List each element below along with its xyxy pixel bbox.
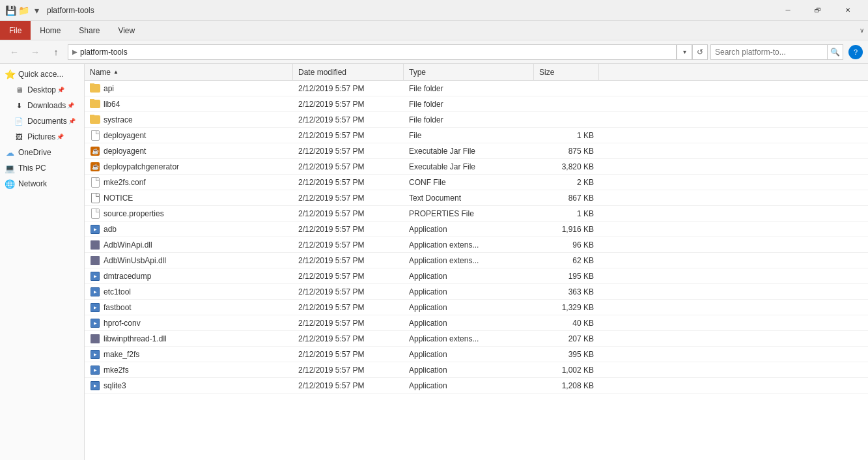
sidebar-item-quick-access[interactable]: ⭐ Quick acce... <box>0 66 84 82</box>
file-size: 195 KB <box>534 272 599 281</box>
sidebar-item-network[interactable]: 🌐 Network <box>0 176 84 192</box>
sidebar-item-documents[interactable]: 📄 Documents 📌 <box>0 113 84 129</box>
file-date: 2/12/2019 5:57 PM <box>293 178 404 187</box>
sidebar-item-onedrive[interactable]: ☁ OneDrive <box>0 145 84 160</box>
sort-icon: ▲ <box>113 69 119 75</box>
restore-button[interactable]: 🗗 <box>803 0 833 21</box>
file-icon-wrapper <box>90 349 100 360</box>
file-date: 2/12/2019 5:57 PM <box>293 334 404 343</box>
downloads-icon: ⬇ <box>13 100 25 111</box>
help-button[interactable]: ? <box>848 45 863 59</box>
file-name: deploypatchgenerator <box>85 162 293 172</box>
table-row[interactable]: lib64 2/12/2019 5:57 PM File folder <box>85 96 868 112</box>
file-name-text: adb <box>104 225 117 234</box>
sidebar-item-pictures[interactable]: 🖼 Pictures 📌 <box>0 129 84 145</box>
file-type: File folder <box>404 100 534 109</box>
address-bar[interactable]: ▶ platform-tools <box>68 44 677 60</box>
text-icon <box>91 193 100 203</box>
file-type: File <box>404 131 534 140</box>
file-name-text: source.properties <box>104 209 164 218</box>
refresh-button[interactable]: ↺ <box>692 44 708 60</box>
sidebar-label-desktop: Desktop <box>27 85 56 94</box>
sidebar-item-this-pc[interactable]: 💻 This PC <box>0 160 84 176</box>
table-row[interactable]: mke2fs.conf 2/12/2019 5:57 PM CONF File … <box>85 175 868 190</box>
table-row[interactable]: api 2/12/2019 5:57 PM File folder <box>85 81 868 96</box>
search-input[interactable] <box>715 48 823 57</box>
sidebar-item-downloads[interactable]: ⬇ Downloads 📌 <box>0 98 84 113</box>
table-row[interactable]: fastboot 2/12/2019 5:57 PM Application 1… <box>85 300 868 315</box>
ribbon-expand[interactable]: ∨ <box>856 27 868 34</box>
file-type: Application <box>404 381 534 390</box>
view-menu[interactable]: View <box>109 21 144 40</box>
file-date: 2/12/2019 5:57 PM <box>293 319 404 328</box>
forward-button[interactable]: → <box>26 43 44 61</box>
up-button[interactable]: ↑ <box>47 43 65 61</box>
close-button[interactable]: ✕ <box>833 0 863 21</box>
file-name: deployagent <box>85 146 293 156</box>
table-row[interactable]: source.properties 2/12/2019 5:57 PM PROP… <box>85 206 868 222</box>
share-menu[interactable]: Share <box>70 21 109 40</box>
network-icon: 🌐 <box>4 178 16 190</box>
table-row[interactable]: libwinpthread-1.dll 2/12/2019 5:57 PM Ap… <box>85 331 868 347</box>
column-type[interactable]: Type <box>404 64 534 80</box>
file-icon-wrapper <box>90 255 100 266</box>
file-size: 1 KB <box>534 131 599 140</box>
table-row[interactable]: make_f2fs 2/12/2019 5:57 PM Application … <box>85 347 868 362</box>
exe-icon <box>91 366 100 375</box>
file-size: 363 KB <box>534 287 599 296</box>
file-size: 1,208 KB <box>534 381 599 390</box>
props-icon <box>91 208 100 219</box>
column-name[interactable]: Name ▲ <box>85 64 293 80</box>
address-dropdown-button[interactable]: ▾ <box>677 44 692 60</box>
table-row[interactable]: systrace 2/12/2019 5:57 PM File folder <box>85 112 868 128</box>
dll-icon <box>91 334 100 343</box>
file-icon-wrapper <box>90 334 100 344</box>
file-name-text: sqlite3 <box>104 381 126 390</box>
file-name: fastboot <box>85 302 293 313</box>
file-size: 395 KB <box>534 350 599 359</box>
file-size: 1,916 KB <box>534 225 599 234</box>
table-row[interactable]: AdbWinUsbApi.dll 2/12/2019 5:57 PM Appli… <box>85 253 868 268</box>
column-size[interactable]: Size <box>534 64 599 80</box>
table-row[interactable]: deployagent 2/12/2019 5:57 PM File 1 KB <box>85 128 868 143</box>
table-row[interactable]: etc1tool 2/12/2019 5:57 PM Application 3… <box>85 284 868 300</box>
title-icons: 💾 📁 ▾ <box>5 5 42 16</box>
table-row[interactable]: AdbWinApi.dll 2/12/2019 5:57 PM Applicat… <box>85 237 868 253</box>
file-size: 1,329 KB <box>534 303 599 312</box>
file-icon-wrapper <box>90 115 100 125</box>
minimize-button[interactable]: ─ <box>773 0 803 21</box>
exe-icon <box>91 272 100 281</box>
table-row[interactable]: sqlite3 2/12/2019 5:57 PM Application 1,… <box>85 378 868 394</box>
file-name-text: deployagent <box>104 131 146 140</box>
table-row[interactable]: deployagent 2/12/2019 5:57 PM Executable… <box>85 143 868 159</box>
file-name: systrace <box>85 115 293 125</box>
file-name: make_f2fs <box>85 349 293 360</box>
title-bar: 💾 📁 ▾ platform-tools ─ 🗗 ✕ <box>0 0 868 21</box>
table-row[interactable]: mke2fs 2/12/2019 5:57 PM Application 1,0… <box>85 362 868 378</box>
column-date[interactable]: Date modified <box>293 64 404 80</box>
sidebar-item-desktop[interactable]: 🖥 Desktop 📌 <box>0 82 84 98</box>
table-row[interactable]: NOTICE 2/12/2019 5:57 PM Text Document 8… <box>85 190 868 206</box>
file-date: 2/12/2019 5:57 PM <box>293 287 404 296</box>
table-row[interactable]: hprof-conv 2/12/2019 5:57 PM Application… <box>85 315 868 331</box>
dll-icon <box>91 256 100 265</box>
file-type: Application <box>404 287 534 296</box>
file-name: mke2fs <box>85 365 293 375</box>
back-button[interactable]: ← <box>5 43 23 61</box>
dll-icon <box>91 240 100 250</box>
table-row[interactable]: adb 2/12/2019 5:57 PM Application 1,916 … <box>85 222 868 237</box>
sidebar-label-pictures: Pictures <box>27 132 55 141</box>
file-menu[interactable]: File <box>0 21 31 40</box>
home-menu[interactable]: Home <box>31 21 70 40</box>
file-date: 2/12/2019 5:57 PM <box>293 381 404 390</box>
file-date: 2/12/2019 5:57 PM <box>293 350 404 359</box>
table-row[interactable]: deploypatchgenerator 2/12/2019 5:57 PM E… <box>85 159 868 175</box>
search-button[interactable]: 🔍 <box>828 44 843 60</box>
search-box[interactable] <box>710 44 828 60</box>
file-date: 2/12/2019 5:57 PM <box>293 303 404 312</box>
file-type: CONF File <box>404 178 534 187</box>
file-name: adb <box>85 224 293 235</box>
table-row[interactable]: dmtracedump 2/12/2019 5:57 PM Applicatio… <box>85 268 868 284</box>
dropdown-icon[interactable]: ▾ <box>31 5 42 16</box>
documents-icon: 📄 <box>13 115 25 127</box>
